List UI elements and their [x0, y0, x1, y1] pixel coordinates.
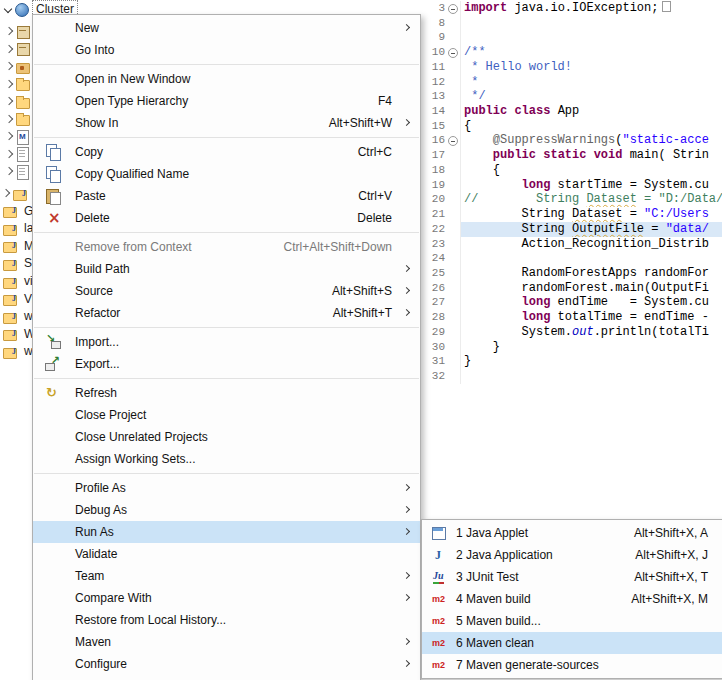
chevron-right-icon[interactable]: [3, 60, 15, 72]
code-segment: }: [464, 340, 500, 354]
menu-item-validate[interactable]: Validate: [33, 543, 420, 565]
chevron-right-icon[interactable]: [3, 25, 15, 37]
tree-child-row[interactable]: [0, 162, 34, 180]
folded-region-box[interactable]: [662, 1, 671, 12]
code-line-16[interactable]: 16 @SuppressWarnings("static-acce: [421, 133, 722, 148]
code-line-28[interactable]: 28 long totalTime = endTime -: [421, 310, 722, 325]
code-segment: Dataset: [586, 192, 636, 206]
code-line-13[interactable]: 13 */: [421, 89, 722, 104]
editor-gutter: 31: [421, 354, 461, 369]
menu-item-compare-with[interactable]: Compare With: [33, 587, 420, 609]
code-segment: [464, 178, 522, 192]
line-number: 29: [421, 325, 447, 340]
chevron-down-icon[interactable]: [2, 3, 14, 15]
code-line-19[interactable]: 19 long startTime = System.cu: [421, 178, 722, 193]
menu-item-refresh[interactable]: Refresh: [33, 382, 420, 404]
menu-item-copy[interactable]: CopyCtrl+C: [33, 141, 420, 163]
chevron-right-icon[interactable]: [3, 130, 15, 142]
code-line-29[interactable]: 29 System.out.println(totalTi: [421, 325, 722, 340]
menu-item-run-as[interactable]: Run As: [33, 521, 420, 543]
menu-item-import[interactable]: Import...: [33, 331, 420, 353]
code-line-10[interactable]: 10/**: [421, 45, 722, 60]
tree-child-row[interactable]: [0, 57, 34, 75]
menu-item-profile-as[interactable]: Profile As: [33, 477, 420, 499]
menu-item-delete[interactable]: DeleteDelete: [33, 207, 420, 229]
code-line-22[interactable]: 22 String OutputFile = "data/: [421, 222, 722, 237]
code-segment: @SuppressWarnings: [493, 133, 615, 147]
chevron-right-icon[interactable]: [3, 78, 15, 90]
code-line-8[interactable]: 8: [421, 16, 722, 31]
tree-child-row[interactable]: [0, 110, 34, 128]
menu-item-3-junit-test[interactable]: 3 JUnit TestAlt+Shift+X, T: [422, 566, 722, 588]
menu-item-2-java-application[interactable]: 2 Java ApplicationAlt+Shift+X, J: [422, 544, 722, 566]
code-segment: long: [522, 310, 551, 324]
menu-item-4-maven-build[interactable]: 4 Maven buildAlt+Shift+X, M: [422, 588, 722, 610]
menu-item-source[interactable]: SourceAlt+Shift+S: [33, 280, 420, 302]
menu-item-go-into[interactable]: Go Into: [33, 39, 420, 61]
code-line-24[interactable]: 24: [421, 251, 722, 266]
menu-item-build-path[interactable]: Build Path: [33, 258, 420, 280]
code-line-26[interactable]: 26 randomForest.main(OutputFi: [421, 281, 722, 296]
line-number: 3: [421, 1, 447, 16]
chevron-right-icon[interactable]: [3, 148, 15, 160]
menu-item-close-unrelated-projects[interactable]: Close Unrelated Projects: [33, 426, 420, 448]
menu-item-1-java-applet[interactable]: 1 Java AppletAlt+Shift+X, A: [422, 522, 722, 544]
code-line-3[interactable]: 3import java.io.IOException;: [421, 1, 722, 16]
menu-item-open-type-hierarchy[interactable]: Open Type HierarchyF4: [33, 90, 420, 112]
code-line-27[interactable]: 27 long endTime = System.cu: [421, 295, 722, 310]
tree-child-row[interactable]: [0, 127, 34, 145]
menu-item-refactor[interactable]: RefactorAlt+Shift+T: [33, 302, 420, 324]
menu-item-debug-as[interactable]: Debug As: [33, 499, 420, 521]
menu-item-close-project[interactable]: Close Project: [33, 404, 420, 426]
code-line-14[interactable]: 14public class App: [421, 104, 722, 119]
code-line-11[interactable]: 11 * Hello world!: [421, 60, 722, 75]
code-line-21[interactable]: 21 String Dataset = "C:/Users: [421, 207, 722, 222]
code-line-32[interactable]: 32: [421, 369, 722, 384]
chevron-right-icon[interactable]: [3, 113, 15, 125]
chevron-right-icon[interactable]: [0, 187, 12, 199]
code-line-18[interactable]: 18 {: [421, 163, 722, 178]
tree-child-row[interactable]: [0, 92, 34, 110]
code-text: [461, 16, 722, 31]
code-line-9[interactable]: 9: [421, 30, 722, 45]
menu-item-7-maven-generate-sources[interactable]: 7 Maven generate-sources: [422, 654, 722, 676]
tree-child-row[interactable]: [0, 75, 34, 93]
chevron-right-icon[interactable]: [3, 165, 15, 177]
line-number: 26: [421, 281, 447, 296]
tree-child-row[interactable]: [0, 22, 34, 40]
java-project-icon: [2, 344, 17, 359]
menu-item-configure[interactable]: Configure: [33, 653, 420, 675]
code-line-31[interactable]: 31}: [421, 354, 722, 369]
menu-item-maven[interactable]: Maven: [33, 631, 420, 653]
fold-collapse-icon[interactable]: [447, 1, 459, 16]
tree-child-row[interactable]: [0, 40, 34, 58]
submenu-arrow-icon: [403, 528, 410, 535]
menu-item-export[interactable]: Export...: [33, 353, 420, 375]
fold-collapse-icon[interactable]: [447, 45, 459, 60]
chevron-right-icon[interactable]: [3, 43, 15, 55]
menu-item-new[interactable]: New: [33, 17, 420, 39]
chevron-right-icon[interactable]: [3, 95, 15, 107]
menu-item-paste[interactable]: PasteCtrl+V: [33, 185, 420, 207]
menu-item-copy-qualified-name[interactable]: Copy Qualified Name: [33, 163, 420, 185]
menu-item-assign-working-sets[interactable]: Assign Working Sets...: [33, 448, 420, 470]
menu-item-restore-from-local-history[interactable]: Restore from Local History...: [33, 609, 420, 631]
editor-gutter: 17: [421, 148, 461, 163]
menu-item-remove-from-context[interactable]: Remove from ContextCtrl+Alt+Shift+Down: [33, 236, 420, 258]
code-line-30[interactable]: 30 }: [421, 340, 722, 355]
menu-item-6-maven-clean[interactable]: 6 Maven clean: [422, 632, 722, 654]
menu-item-open-in-new-window[interactable]: Open in New Window: [33, 68, 420, 90]
menu-item-5-maven-build[interactable]: 5 Maven build...: [422, 610, 722, 632]
code-line-20[interactable]: 20// String Dataset = "D:/Data/: [421, 192, 722, 207]
tree-child-row[interactable]: [0, 145, 34, 163]
fold-collapse-icon[interactable]: [447, 133, 459, 148]
code-line-15[interactable]: 15{: [421, 119, 722, 134]
code-line-25[interactable]: 25 RandomForestApps randomFor: [421, 266, 722, 281]
code-line-23[interactable]: 23 Action_Recognition_Distrib: [421, 237, 722, 252]
java-project-icon: [2, 238, 17, 253]
code-text: *: [461, 75, 722, 90]
menu-item-team[interactable]: Team: [33, 565, 420, 587]
code-line-12[interactable]: 12 *: [421, 75, 722, 90]
menu-item-show-in[interactable]: Show InAlt+Shift+W: [33, 112, 420, 134]
code-line-17[interactable]: 17 public static void main( Strin: [421, 148, 722, 163]
